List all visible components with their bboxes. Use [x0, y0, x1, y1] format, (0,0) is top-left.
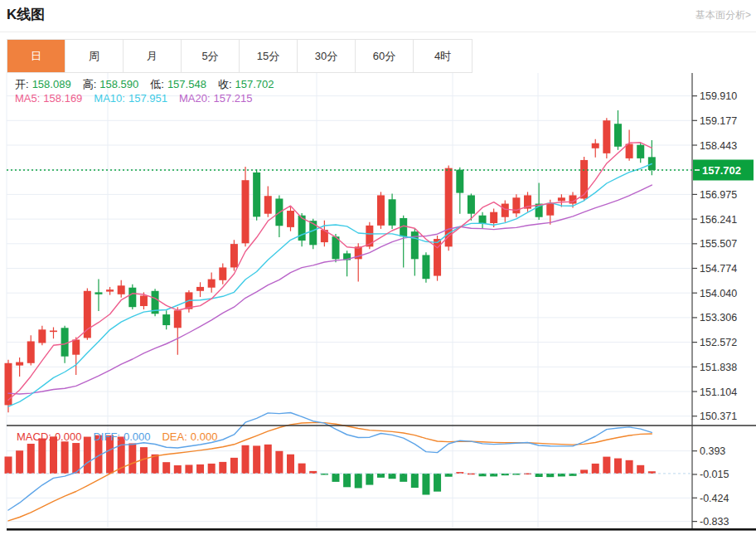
candle-up — [242, 180, 250, 243]
candle-down — [614, 124, 622, 147]
macd-hist-bar — [287, 455, 294, 474]
price-tick-label: 150.371 — [700, 411, 737, 422]
candle-up — [106, 289, 114, 291]
candle-down — [479, 216, 487, 224]
macd-hist-bar — [264, 445, 272, 474]
candle-down — [456, 170, 463, 193]
macd-hist-bar — [208, 464, 216, 474]
candle-up — [546, 203, 554, 216]
ma5-line — [8, 143, 652, 401]
candle-up — [72, 339, 80, 354]
candle-up — [490, 212, 497, 223]
candle-down — [128, 288, 136, 307]
candle-down — [422, 255, 429, 279]
candle-down — [411, 231, 419, 259]
candle-up — [366, 226, 373, 246]
bottom-border — [7, 528, 756, 531]
candle-up — [230, 244, 238, 267]
macd-hist-bar — [106, 435, 114, 474]
candle-down — [162, 314, 170, 325]
macd-hist-bar — [366, 474, 373, 485]
macd-hist-bar — [72, 443, 80, 474]
macd-hist-bar — [185, 464, 192, 473]
candle-up — [174, 310, 182, 328]
candle-down — [468, 195, 475, 213]
price-tick-label: 152.572 — [700, 337, 737, 348]
candle-up — [16, 362, 23, 366]
candle-up — [118, 285, 125, 294]
macd-hist-bar — [38, 439, 46, 474]
macd-hist-bar — [16, 450, 23, 474]
candle-up — [287, 211, 294, 227]
price-tick-label: 159.177 — [700, 115, 737, 127]
macd-hist-bar — [592, 464, 599, 474]
candle-down — [309, 221, 317, 245]
ma10-line — [8, 164, 652, 407]
dea-line — [8, 423, 652, 521]
price-tick-label: 158.443 — [700, 140, 737, 152]
macd-hist-bar — [490, 474, 497, 477]
macd-hist-bar — [536, 474, 543, 477]
macd-tick-label: 0.393 — [700, 445, 725, 457]
candle-up — [84, 291, 91, 338]
macd-hist-bar — [445, 474, 453, 477]
price-tick-label: 155.507 — [700, 238, 737, 250]
macd-hist-bar — [128, 443, 136, 473]
candle-up — [196, 287, 204, 291]
candle-up — [377, 195, 385, 225]
candle-down — [253, 173, 260, 216]
macd-hist-bar — [546, 474, 554, 477]
macd-hist-bar — [400, 474, 407, 482]
macd-hist-bar — [377, 474, 385, 478]
candle-up — [512, 197, 520, 213]
macd-hist-bar — [27, 444, 35, 474]
macd-hist-bar — [275, 451, 283, 474]
candle-up — [140, 295, 148, 306]
macd-hist-bar — [626, 460, 633, 474]
macd-hist-bar — [84, 437, 91, 474]
candle-up — [264, 196, 272, 213]
macd-hist-bar — [411, 474, 419, 488]
candle-up — [603, 120, 610, 153]
diff-line — [8, 413, 652, 511]
macd-hist-bar — [355, 474, 362, 489]
macd-hist-bar — [389, 474, 396, 479]
price-tick-label: 151.104 — [700, 387, 737, 398]
price-tick-label: 159.910 — [700, 90, 737, 102]
macd-hist-bar — [174, 465, 182, 474]
macd-hist-bar — [61, 441, 69, 474]
candle-up — [219, 267, 226, 280]
macd-hist-bar — [219, 462, 226, 474]
candle-down — [389, 199, 396, 226]
macd-hist-bar — [230, 458, 238, 474]
price-tick-label: 156.975 — [700, 189, 737, 201]
candle-up — [38, 329, 46, 343]
current-price-label: 157.702 — [702, 164, 741, 177]
price-tick-label: 151.838 — [700, 362, 737, 373]
candle-down — [61, 328, 69, 356]
macd-hist-bar — [343, 474, 351, 487]
candle-up — [208, 280, 216, 288]
macd-hist-bar — [434, 474, 441, 492]
candle-up — [558, 197, 565, 201]
candle-up — [580, 160, 588, 199]
candle-up — [592, 143, 599, 148]
macd-hist-bar — [332, 474, 339, 482]
kline-widget: { "header": { "title": "K线图", "link": "基… — [0, 0, 756, 535]
kline-chart[interactable]: 159.910159.177158.443156.975156.241155.5… — [0, 0, 756, 535]
candle-up — [502, 204, 509, 217]
macd-hist-bar — [242, 445, 250, 474]
macd-hist-bar — [298, 464, 306, 474]
macd-tick-label: -0.015 — [700, 469, 729, 480]
macd-hist-bar — [479, 474, 487, 476]
candle-up — [5, 363, 12, 406]
macd-hist-bar — [422, 474, 429, 495]
macd-hist-bar — [580, 469, 588, 474]
candle-down — [637, 145, 644, 158]
macd-hist-bar — [253, 445, 260, 473]
candle-down — [94, 292, 102, 294]
macd-hist-bar — [614, 459, 622, 474]
macd-hist-bar — [603, 457, 610, 474]
macd-hist-bar — [637, 465, 644, 474]
price-tick-label: 154.774 — [700, 263, 737, 275]
